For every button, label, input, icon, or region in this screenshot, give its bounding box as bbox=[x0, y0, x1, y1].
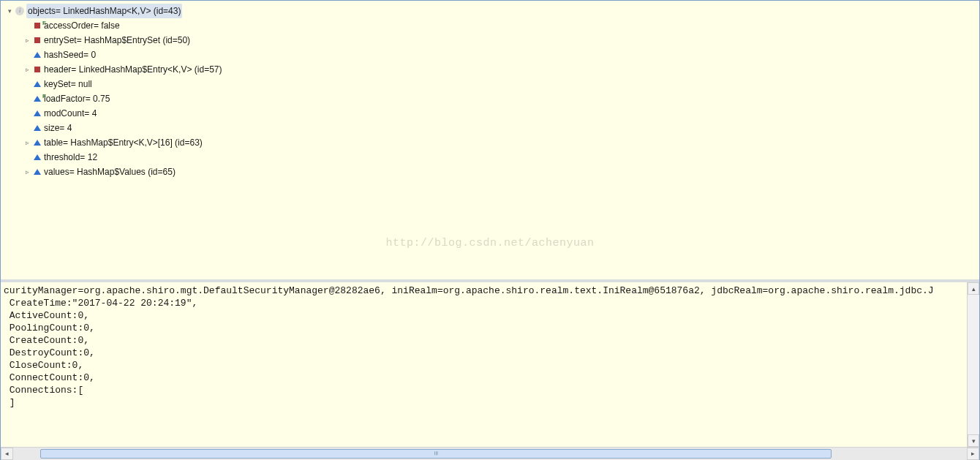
field-primitive-icon bbox=[33, 94, 42, 103]
tree-node-label: threshold= 12 bbox=[44, 150, 97, 165]
expand-toggle-icon[interactable]: ▹ bbox=[23, 62, 31, 77]
field-primitive-icon bbox=[33, 50, 42, 59]
object-icon bbox=[15, 7, 24, 15]
tree-node-label: accessOrder= false bbox=[44, 18, 120, 33]
watermark-text: http://blog.csdn.net/achenyuan bbox=[385, 237, 594, 249]
expand-toggle-icon[interactable]: ▾ bbox=[5, 4, 14, 18]
tree-node-label: values= HashMap$Values (id=65) bbox=[44, 165, 176, 179]
tree-node[interactable]: hashSeed= 0 bbox=[1, 48, 979, 62]
tree-node[interactable]: accessOrder= false bbox=[1, 18, 979, 33]
tree-node-label: entrySet= HashMap$EntrySet (id=50) bbox=[44, 33, 190, 48]
variables-tree: ▾ objects= LinkedHashMap<K,V> (id=43) ac… bbox=[1, 1, 979, 182]
tree-node[interactable]: size= 4 bbox=[1, 121, 979, 135]
field-primitive-icon bbox=[33, 80, 42, 88]
debugger-window: ▾ objects= LinkedHashMap<K,V> (id=43) ac… bbox=[0, 0, 980, 460]
tree-node-label: size= 4 bbox=[44, 121, 72, 135]
scroll-up-button[interactable]: ▴ bbox=[968, 282, 979, 295]
tree-node[interactable]: ▹values= HashMap$Values (id=65) bbox=[1, 165, 979, 179]
field-primitive-icon bbox=[33, 153, 42, 162]
tree-node-label: modCount= 4 bbox=[44, 106, 97, 121]
scroll-track-horizontal[interactable] bbox=[13, 448, 967, 460]
console-panel: curityManager=org.apache.shiro.mgt.Defau… bbox=[1, 282, 979, 459]
tree-node-label: header= LinkedHashMap$Entry<K,V> (id=57) bbox=[44, 62, 222, 77]
tree-node-label: table= HashMap$Entry<K,V>[16] (id=63) bbox=[44, 135, 203, 150]
scroll-right-button[interactable]: ▸ bbox=[967, 448, 979, 460]
tree-node-label: objects= LinkedHashMap<K,V> (id=43) bbox=[26, 4, 182, 18]
expand-toggle-icon[interactable]: ▹ bbox=[23, 33, 31, 48]
tree-node-label: hashSeed= 0 bbox=[44, 48, 96, 62]
scroll-left-button[interactable]: ◂ bbox=[1, 448, 13, 460]
tree-node[interactable]: threshold= 12 bbox=[1, 150, 979, 165]
tree-node-label: loadFactor= 0.75 bbox=[44, 91, 110, 106]
tree-root[interactable]: ▾ objects= LinkedHashMap<K,V> (id=43) bbox=[1, 4, 979, 18]
tree-node-label: keySet= null bbox=[44, 77, 92, 91]
expand-toggle-icon[interactable]: ▹ bbox=[23, 135, 31, 150]
field-primitive-icon bbox=[33, 167, 42, 176]
tree-node[interactable]: keySet= null bbox=[1, 77, 979, 91]
console-output: curityManager=org.apache.shiro.mgt.Defau… bbox=[2, 282, 934, 447]
variables-panel[interactable]: ▾ objects= LinkedHashMap<K,V> (id=43) ac… bbox=[1, 1, 979, 282]
horizontal-scrollbar[interactable]: ◂ ▸ bbox=[1, 447, 979, 459]
field-object-icon bbox=[33, 65, 42, 74]
tree-node[interactable]: modCount= 4 bbox=[1, 106, 979, 121]
tree-node[interactable]: ▹header= LinkedHashMap$Entry<K,V> (id=57… bbox=[1, 62, 979, 77]
field-primitive-icon bbox=[33, 109, 42, 118]
tree-node[interactable]: ▹table= HashMap$Entry<K,V>[16] (id=63) bbox=[1, 135, 979, 150]
tree-node[interactable]: ▹entrySet= HashMap$EntrySet (id=50) bbox=[1, 33, 979, 48]
field-object-icon bbox=[33, 21, 42, 30]
field-primitive-icon bbox=[33, 124, 42, 132]
field-primitive-icon bbox=[33, 138, 42, 147]
field-object-icon bbox=[33, 36, 42, 45]
tree-node[interactable]: loadFactor= 0.75 bbox=[1, 91, 979, 106]
scroll-thumb-horizontal[interactable] bbox=[40, 449, 832, 459]
vertical-scrollbar[interactable]: ▴ ▾ bbox=[967, 282, 979, 447]
scroll-track-vertical[interactable] bbox=[968, 295, 979, 434]
expand-toggle-icon[interactable]: ▹ bbox=[23, 165, 31, 179]
console-viewport[interactable]: curityManager=org.apache.shiro.mgt.Defau… bbox=[1, 282, 979, 447]
scroll-down-button[interactable]: ▾ bbox=[968, 434, 979, 447]
